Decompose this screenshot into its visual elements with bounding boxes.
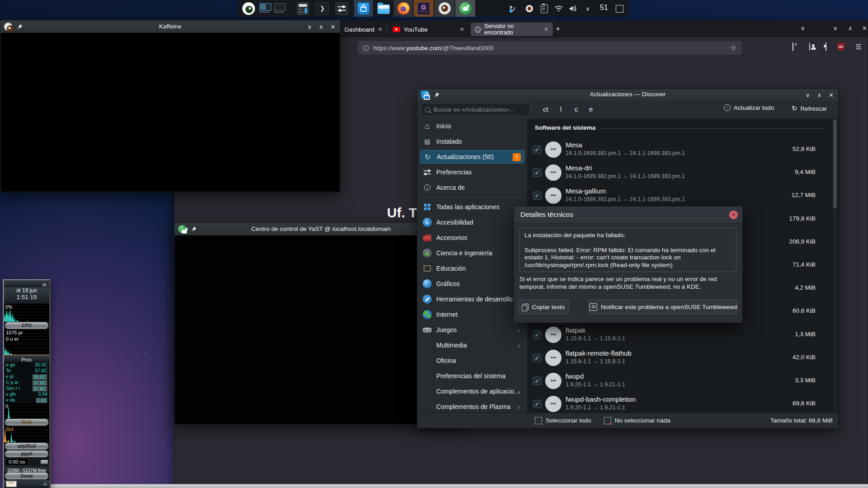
task-firefox[interactable]	[394, 0, 413, 17]
panel-clock[interactable]: 51	[600, 4, 608, 12]
update-row[interactable]: ✓•••flatpak1.15.8-1.1 → 1.15.8-2.11,3 Mi…	[527, 323, 832, 347]
sidebar-item-accessibility[interactable]: Accesibilidad	[420, 216, 524, 229]
pager-desktop-2[interactable]	[274, 3, 286, 11]
expand-tray-chevron-icon[interactable]: ∨	[583, 4, 593, 14]
task-discover[interactable]	[354, 0, 373, 17]
new-tab-button[interactable]: +	[556, 24, 560, 33]
pager-desktop-1[interactable]	[259, 3, 271, 11]
window-close-button[interactable]: ✕	[330, 23, 335, 30]
pin-icon[interactable]	[17, 23, 23, 30]
sidebar-item-preferences[interactable]: Preferencias	[420, 165, 524, 179]
sidebar-item-none[interactable]: Complementos de Plasma›	[420, 400, 524, 413]
sidebar-item-none[interactable]: Preferencias del sistema	[420, 369, 524, 383]
pocket-icon[interactable]	[788, 43, 798, 51]
window-maximize-button[interactable]: ∧	[817, 92, 822, 99]
discover-titlebar[interactable]: Actualizaciones — Discover ∨ ∧ ✕	[417, 89, 838, 101]
software-updates-tray-icon[interactable]: ↻	[507, 4, 517, 14]
select-none-button[interactable]: No seleccionar nada	[604, 417, 670, 424]
select-all-button[interactable]: Seleccionar todo	[535, 417, 591, 424]
system-settings-launcher[interactable]	[335, 2, 349, 15]
net2-button[interactable]: ppp0	[5, 450, 48, 457]
tab-server-not-found[interactable]: i Servidor no encontrado ✕	[471, 23, 553, 36]
sidebar-item-games[interactable]: Juegos›	[420, 323, 524, 337]
update-row[interactable]: ✓•••fwupd-bash-completion1.9.20-1.1 → 1.…	[527, 392, 832, 413]
window-maximize-button[interactable]: ∧	[848, 25, 853, 32]
tab-close-icon[interactable]: ✕	[544, 26, 548, 33]
sidebar-item-none[interactable]: Complementos de aplicacio…›	[420, 385, 524, 398]
sidebar-item-updates[interactable]: Actualizaciones (50)!	[420, 150, 524, 164]
update-row[interactable]: ✓•••Mesa24.1.0-1699.382.pm.1 → 24.1.1-16…	[527, 138, 832, 161]
sidebar-item-internet[interactable]: Internet	[420, 308, 524, 321]
application-launcher[interactable]	[242, 2, 255, 15]
refresh-button[interactable]: ↻ Refrescar	[792, 104, 827, 113]
update-all-button[interactable]: ↑ Actualizar todo	[724, 104, 774, 111]
sidebar-item-installed[interactable]: Instalado	[420, 135, 524, 148]
row-checkbox[interactable]: ✓	[533, 400, 541, 408]
virtual-desktop-pager[interactable]	[259, 2, 286, 15]
clipboard-tray-icon[interactable]	[539, 4, 549, 14]
url-bar[interactable]: i https://www.youtube.com/@Theevilland30…	[358, 41, 742, 55]
update-row[interactable]: ✓•••Mesa-dri24.1.0-1699.382.pm.1 → 24.1.…	[527, 161, 832, 184]
row-checkbox[interactable]: ✓	[533, 331, 541, 339]
bookmark-star-icon[interactable]: ☆	[731, 44, 736, 52]
tab-close-icon[interactable]: ✕	[460, 26, 464, 33]
sidebar-item-about[interactable]: Acerca de	[420, 181, 524, 194]
update-row[interactable]: ✓•••fwupd1.9.20-1.1 → 1.9.21-1.13,3 MiB	[527, 369, 832, 393]
site-info-icon[interactable]: i	[363, 45, 369, 51]
disk-button[interactable]: Disk	[5, 419, 48, 426]
sidebar-item-none[interactable]: Multimedia›	[420, 338, 524, 352]
swap-button[interactable]: Swap	[5, 473, 48, 479]
show-desktop-button[interactable]	[614, 4, 624, 14]
tab-list-chevron-icon[interactable]: ∨	[801, 25, 805, 32]
account-icon[interactable]	[805, 43, 815, 51]
copy-text-button[interactable]: Copiar texto	[519, 300, 569, 314]
sidebar-item-science[interactable]: Ciencia e ingeniería	[420, 246, 524, 260]
timer-button[interactable]	[41, 460, 48, 464]
report-problem-button[interactable]: ☹ Notificar este problema a openSUSE Tum…	[589, 300, 738, 314]
sidebar-item-graphics[interactable]: Gráficos	[420, 277, 524, 291]
net1-button[interactable]: wlp35s0	[5, 443, 48, 450]
extensions-puzzle-icon[interactable]	[821, 43, 831, 51]
window-minimize-button[interactable]: ∨	[307, 23, 312, 30]
wifi-tray-icon[interactable]	[554, 4, 564, 14]
scrollbar-thumb[interactable]	[833, 120, 837, 208]
task-dolphin[interactable]	[374, 0, 393, 17]
window-close-button[interactable]: ✕	[829, 92, 834, 99]
search-input[interactable]: Buscar en «Actualizaciones»...	[421, 103, 530, 116]
kaffeine-titlebar[interactable]: Kaffeine ∨ ∧ ✕	[0, 20, 340, 33]
tab-youtube[interactable]: YouTube ✕	[388, 23, 469, 36]
sidebar-item-accessories[interactable]: Accesorios	[420, 231, 524, 244]
update-row[interactable]: ✓•••flatpak-remote-flathub1.15.8-1.1 → 1…	[527, 346, 832, 370]
scrollbar-track[interactable]	[833, 119, 837, 413]
kcalc-launcher[interactable]	[296, 2, 310, 15]
window-maximize-button[interactable]: ∧	[319, 23, 324, 30]
sidebar-item-all-apps[interactable]: Todas las aplicaciones	[420, 200, 524, 214]
volume-tray-icon[interactable]	[568, 4, 578, 14]
row-checkbox[interactable]: ✓	[533, 354, 541, 362]
pin-icon[interactable]	[191, 226, 197, 232]
konsole-launcher[interactable]: ❯	[316, 2, 329, 15]
gkrellm-monitor[interactable]: in ié 19 jun 1:51 15 0% CPU 1075 pr 0 u …	[3, 279, 51, 488]
kaffeine-content[interactable]	[1, 33, 340, 192]
sidebar-item-none[interactable]: Oficina	[420, 354, 524, 367]
sidebar-item-home[interactable]: Inicio	[420, 119, 524, 133]
task-kaffeine[interactable]	[434, 0, 454, 17]
row-checkbox[interactable]: ✓	[533, 192, 541, 200]
dialog-close-button[interactable]: ✕	[729, 211, 738, 219]
dialog-titlebar[interactable]: Detalles técnicos ✕	[514, 206, 742, 223]
row-checkbox[interactable]: ✓	[533, 377, 541, 385]
cpu-button[interactable]: CPU	[5, 322, 48, 329]
tab-close-icon[interactable]: ✕	[378, 26, 382, 33]
menu-hamburger-icon[interactable]: ☰	[854, 43, 863, 51]
sidebar-item-development[interactable]: Herramientas de desarrollo	[420, 292, 524, 306]
window-minimize-button[interactable]: ∨	[833, 25, 838, 32]
update-row[interactable]: ✓•••Mesa-gallium24.1.0-1699.382.pm.1 → 2…	[527, 184, 832, 207]
window-minimize-button[interactable]: ∨	[806, 92, 810, 99]
kaffeine-tray-icon[interactable]	[524, 4, 534, 14]
window-close-button[interactable]: ✕	[862, 25, 867, 32]
pin-icon[interactable]	[434, 92, 440, 98]
task-gkrellm[interactable]: GKRELLM	[414, 0, 434, 17]
task-apper[interactable]	[455, 0, 475, 17]
row-checkbox[interactable]: ✓	[533, 145, 541, 154]
sidebar-item-education[interactable]: Educación	[420, 262, 524, 275]
